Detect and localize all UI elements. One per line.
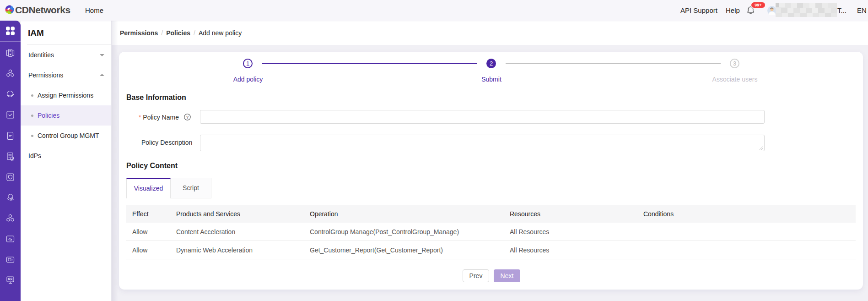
svg-text:?: ? (186, 115, 189, 120)
